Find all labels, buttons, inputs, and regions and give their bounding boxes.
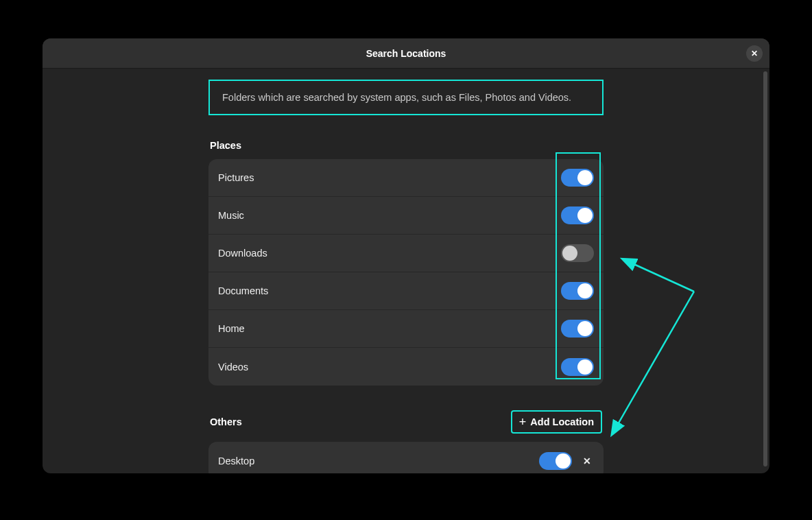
place-label: Pictures [218,172,254,183]
description-highlight-box: Folders which are searched by system app… [208,80,604,115]
places-row: Documents [208,272,604,310]
places-section-header: Places [208,140,604,151]
place-toggle[interactable] [561,320,594,338]
places-row: Downloads [208,235,604,272]
place-label: Documents [218,285,268,296]
place-label: Home [218,323,245,334]
close-icon: ✕ [751,49,758,58]
other-toggle[interactable] [539,452,572,470]
others-list: Desktop✕ [208,442,604,473]
content-area: Folders which are searched by system app… [43,69,769,473]
places-row: Videos [208,348,604,386]
places-row: Home [208,310,604,348]
others-row: Desktop✕ [208,442,604,473]
window-title: Search Locations [366,48,446,59]
search-locations-window: Search Locations ✕ Folders which are sea… [43,38,769,473]
places-row: Music [208,197,604,235]
other-label: Desktop [218,456,254,466]
place-toggle[interactable] [561,206,594,224]
places-list: PicturesMusicDownloadsDocumentsHomeVideo… [208,159,604,386]
close-button[interactable]: ✕ [746,45,763,62]
place-toggle[interactable] [561,169,594,187]
remove-location-button[interactable]: ✕ [580,454,594,468]
scroll-area[interactable]: Folders which are searched by system app… [43,69,769,473]
others-section-header: Others + Add Location [208,410,604,434]
places-row: Pictures [208,159,604,197]
place-toggle[interactable] [561,244,594,262]
add-location-button[interactable]: + Add Location [511,410,602,434]
add-location-label: Add Location [530,416,594,427]
description-text: Folders which are searched by system app… [222,91,590,104]
plus-icon: + [519,416,527,428]
place-toggle[interactable] [561,282,594,300]
close-icon: ✕ [583,456,591,466]
place-label: Music [218,210,244,221]
scrollbar[interactable] [763,71,767,466]
place-label: Videos [218,362,248,373]
place-toggle[interactable] [561,358,594,376]
place-label: Downloads [218,248,267,259]
titlebar: Search Locations ✕ [43,38,769,69]
others-section-title: Others [210,416,242,427]
places-section-title: Places [210,140,241,151]
